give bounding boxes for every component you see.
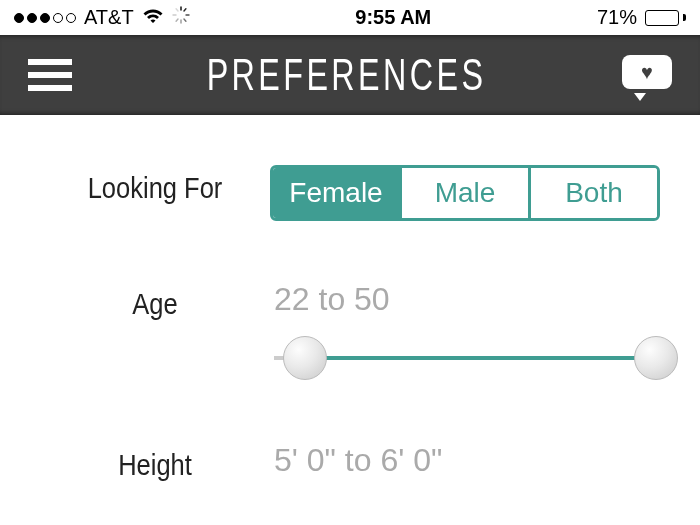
page-title: PREFERENCES — [207, 50, 487, 99]
age-slider[interactable] — [274, 336, 656, 382]
age-value: 22 to 50 — [270, 281, 660, 318]
age-slider-high-knob[interactable] — [634, 336, 678, 380]
age-label: Age — [57, 281, 253, 321]
segment-male[interactable]: Male — [402, 168, 531, 218]
height-label: Height — [57, 442, 253, 482]
age-slider-low-knob[interactable] — [283, 336, 327, 380]
menu-button[interactable] — [28, 59, 72, 91]
battery-icon — [645, 10, 686, 26]
looking-for-segmented: Female Male Both — [270, 165, 660, 221]
svg-line-7 — [176, 9, 178, 11]
looking-for-label: Looking For — [57, 165, 253, 205]
slider-fill — [305, 356, 656, 360]
looking-for-row: Looking For Female Male Both — [40, 165, 660, 221]
svg-line-5 — [176, 19, 178, 21]
signal-dots-icon — [14, 13, 76, 23]
preferences-content: Looking For Female Male Both Age 22 to 5… — [0, 115, 700, 497]
status-bar: AT&T 9:55 AM 71% — [0, 0, 700, 35]
status-right: 71% — [597, 6, 686, 29]
age-row: Age 22 to 50 — [40, 281, 660, 382]
heart-icon: ♥ — [641, 62, 653, 82]
segment-both[interactable]: Both — [531, 168, 657, 218]
messages-button[interactable]: ♥ — [622, 55, 672, 95]
height-control: 5' 0" to 6' 0" — [270, 442, 660, 497]
segment-female[interactable]: Female — [273, 168, 402, 218]
loading-spinner-icon — [172, 6, 190, 29]
nav-bar: PREFERENCES ♥ — [0, 35, 700, 115]
wifi-icon — [142, 6, 164, 29]
height-row: Height 5' 0" to 6' 0" — [40, 442, 660, 497]
carrier-label: AT&T — [84, 6, 134, 29]
svg-line-1 — [184, 9, 186, 11]
status-left: AT&T — [14, 6, 190, 29]
svg-line-3 — [184, 19, 186, 21]
height-value: 5' 0" to 6' 0" — [270, 442, 660, 479]
age-control: 22 to 50 — [270, 281, 660, 382]
clock: 9:55 AM — [355, 6, 431, 29]
looking-for-control: Female Male Both — [270, 165, 660, 221]
chat-bubble-icon: ♥ — [622, 55, 672, 89]
battery-percent: 71% — [597, 6, 637, 29]
hamburger-icon — [28, 59, 72, 65]
